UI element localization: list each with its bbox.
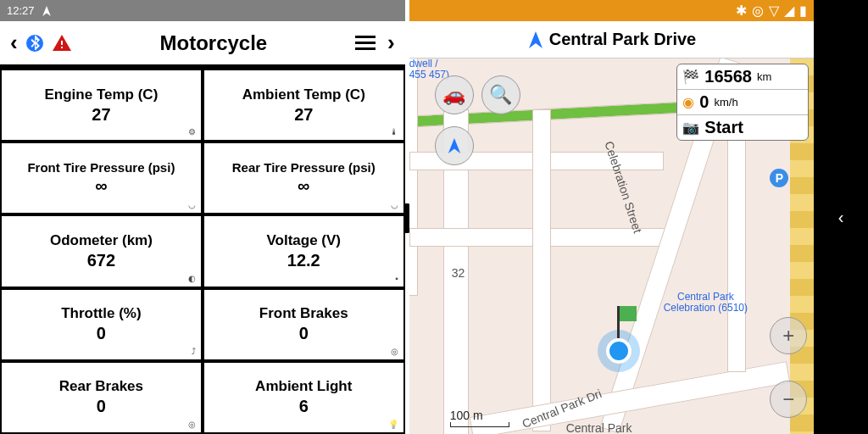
status-bar-right: ✱ ◎ ▽ ◢ ▮ [409,0,815,21]
gauge-icon: ◐ [188,274,196,283]
map-text-fragment: dwell / 455 457) [409,58,449,81]
system-nav-bar: ‹ [814,0,868,434]
tire-icon: ◡ [391,200,398,209]
status-bar: 12:27 [0,0,405,21]
location-icon: ◎ [752,3,764,19]
battery-icon: ▪ [395,274,398,283]
distance-row[interactable]: 🏁 16568 km [677,64,808,90]
dashboard-header: ‹ Motorcycle › [0,21,405,66]
clock-time: 12:27 [7,4,35,17]
flag-icon: 🏁 [682,69,699,85]
cell-ambient-light[interactable]: Ambient Light6💡 [203,361,405,434]
tire-icon: ◡ [188,200,196,209]
cell-ambient-temp[interactable]: Ambient Temp (C)27🌡 [203,69,405,142]
brake-icon: ◎ [188,420,196,429]
warning-icon [52,33,72,53]
battery-icon: ▮ [799,3,807,19]
brake-icon: ◎ [391,347,398,356]
start-row[interactable]: 📷 Start [677,115,808,140]
house-number: 32 [452,266,465,280]
destination-title: Central Park Drive [549,30,696,49]
prev-button[interactable]: ‹ [10,30,18,56]
speedometer-icon: ◉ [682,94,694,110]
cell-voltage[interactable]: Voltage (V)12.2▪ [203,214,405,287]
map-scale: 100 m [450,409,509,427]
search-button[interactable]: 🔍 [481,75,520,114]
bluetooth-icon: ✱ [736,3,747,19]
destination-header[interactable]: Central Park Drive [409,21,815,58]
thermometer-icon: 🌡 [390,127,398,136]
nav-arrow-icon [527,31,544,48]
menu-button[interactable] [355,36,376,50]
system-back-button[interactable]: ‹ [838,208,844,227]
cell-engine-temp[interactable]: Engine Temp (C)27⚙ [0,69,203,142]
zoom-in-button[interactable]: + [770,317,807,354]
bulb-icon: 💡 [388,420,398,429]
camera-icon: 📷 [682,120,699,136]
cell-odometer[interactable]: Odometer (km)672◐ [0,214,203,287]
cell-rear-tire[interactable]: Rear Tire Pressure (psi)∞◡ [203,142,405,214]
parking-icon: P [770,169,788,187]
bluetooth-icon[interactable] [25,33,45,53]
speed-row[interactable]: ◉ 0 km/h [677,90,808,115]
page-title: Motorcycle [159,31,267,55]
wifi-icon: ▽ [769,3,779,19]
cell-front-brakes[interactable]: Front Brakes0◎ [203,288,405,361]
next-button[interactable]: › [387,30,395,56]
compass-button[interactable] [435,126,474,165]
current-location-pin [606,338,632,364]
cell-front-tire[interactable]: Front Tire Pressure (psi)∞◡ [0,142,203,214]
street-cpark: Central Park [566,421,632,434]
dashboard-grid: Engine Temp (C)27⚙ Ambient Temp (C)27🌡 F… [0,66,405,434]
zoom-out-button[interactable]: − [770,381,807,418]
poi-label: Central Park Celebration (6510) [664,292,748,314]
nav-arrow-icon [42,6,52,16]
trip-info-panel: 🏁 16568 km ◉ 0 km/h 📷 Start [676,64,809,141]
cell-throttle[interactable]: Throttle (%)0⤴ [0,288,203,361]
throttle-icon: ⤴ [192,347,196,356]
svg-rect-0 [617,306,620,338]
vehicle-mode-button[interactable]: 🚗 [435,75,474,114]
svg-rect-1 [620,306,637,321]
engine-icon: ⚙ [188,127,196,136]
map-canvas[interactable]: dwell / 455 457) 🚗 🔍 🏁 16568 km ◉ 0 km/h… [409,58,815,434]
cell-rear-brakes[interactable]: Rear Brakes0◎ [0,361,203,434]
signal-icon: ◢ [784,3,794,19]
